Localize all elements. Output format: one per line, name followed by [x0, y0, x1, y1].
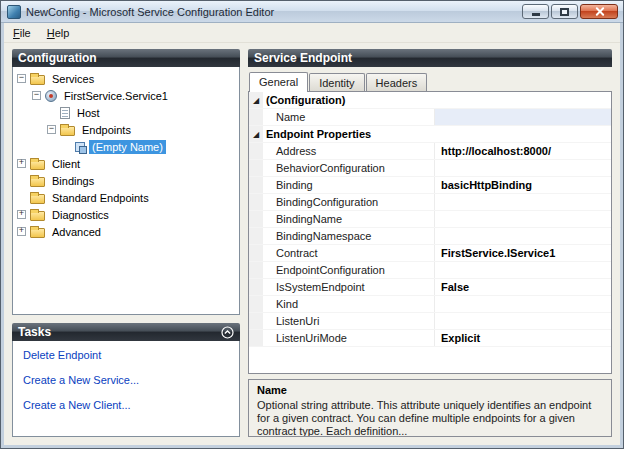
property-row-listenuri[interactable]: ListenUri — [249, 313, 611, 330]
tab-headers[interactable]: Headers — [366, 73, 428, 91]
expand-icon[interactable]: + — [17, 210, 26, 219]
property-row-behaviorconfiguration[interactable]: BehaviorConfiguration — [249, 160, 611, 177]
property-row-contract[interactable]: ContractFirstService.IService1 — [249, 245, 611, 262]
property-label: Binding — [263, 177, 435, 193]
property-gutter — [249, 160, 263, 176]
collapse-triangle-icon[interactable]: ◢ — [249, 126, 263, 142]
property-value[interactable] — [435, 211, 611, 227]
configuration-panel: Configuration −Services−FirstService.Ser… — [12, 49, 240, 437]
property-gutter — [249, 228, 263, 244]
folder-icon — [30, 228, 45, 238]
property-row-endpointconfiguration[interactable]: EndpointConfiguration — [249, 262, 611, 279]
task-link-delete-endpoint[interactable]: Delete Endpoint — [23, 349, 229, 361]
property-gutter — [249, 279, 263, 295]
property-row-listenurimode[interactable]: ListenUriModeExplicit — [249, 330, 611, 347]
property-value[interactable] — [435, 313, 611, 329]
property-value[interactable]: http://localhost:8000/ — [435, 143, 611, 159]
property-value[interactable] — [435, 262, 611, 278]
expand-icon[interactable]: + — [17, 159, 26, 168]
property-row-kind[interactable]: Kind — [249, 296, 611, 313]
property-value[interactable]: basicHttpBinding — [435, 177, 611, 193]
tree-item-host[interactable]: Host — [15, 104, 239, 121]
tree-item-firstservice-service1[interactable]: −FirstService.Service1 — [15, 87, 239, 104]
property-help-title: Name — [257, 384, 603, 396]
tasks-header: Tasks — [12, 323, 240, 341]
menu-bar: FileHelp — [4, 23, 620, 43]
host-icon — [60, 107, 70, 119]
collapse-triangle-icon[interactable]: ◢ — [249, 92, 263, 108]
tree-item-label: Bindings — [49, 174, 97, 188]
property-value[interactable] — [435, 228, 611, 244]
property-value[interactable] — [435, 160, 611, 176]
property-label: EndpointConfiguration — [263, 262, 435, 278]
property-row-bindingconfiguration[interactable]: BindingConfiguration — [249, 194, 611, 211]
app-icon — [7, 5, 21, 19]
maximize-button[interactable] — [551, 4, 578, 19]
property-gutter — [249, 177, 263, 193]
detail-header-label: Service Endpoint — [254, 51, 352, 65]
property-help-panel: Name Optional string attribute. This att… — [248, 379, 612, 437]
close-button[interactable] — [580, 4, 618, 19]
property-row-bindingname[interactable]: BindingName — [249, 211, 611, 228]
property-label: Kind — [263, 296, 435, 312]
menu-item-help[interactable]: Help — [39, 23, 78, 42]
property-value[interactable] — [435, 194, 611, 210]
tree-item-label: (Empty Name) — [89, 140, 166, 154]
property-row-name[interactable]: Name — [249, 109, 611, 126]
tree-item-advanced[interactable]: +Advanced — [15, 223, 239, 240]
property-label: BehaviorConfiguration — [263, 160, 435, 176]
property-value[interactable] — [435, 296, 611, 312]
tab-identity[interactable]: Identity — [309, 73, 364, 91]
tree-item-label: Standard Endpoints — [49, 191, 152, 205]
property-value[interactable]: False — [435, 279, 611, 295]
tree-item-diagnostics[interactable]: +Diagnostics — [15, 206, 239, 223]
property-label: BindingConfiguration — [263, 194, 435, 210]
category-row-endpoint-properties[interactable]: ◢Endpoint Properties — [249, 126, 611, 143]
window-body: FileHelp Configuration −Services−FirstSe… — [4, 23, 620, 445]
tree-item-label: Client — [49, 157, 83, 171]
property-label: Address — [263, 143, 435, 159]
tree-item-services[interactable]: −Services — [15, 70, 239, 87]
property-value[interactable]: Explicit — [435, 330, 611, 346]
collapse-icon[interactable]: − — [17, 74, 26, 83]
tree-item-label: Diagnostics — [49, 208, 112, 222]
folder-icon — [30, 194, 45, 204]
property-label: IsSystemEndpoint — [263, 279, 435, 295]
property-row-bindingnamespace[interactable]: BindingNamespace — [249, 228, 611, 245]
property-row-binding[interactable]: BindingbasicHttpBinding — [249, 177, 611, 194]
folder-icon — [30, 211, 45, 221]
tree-item-bindings[interactable]: Bindings — [15, 172, 239, 189]
task-link-create-a-new-client[interactable]: Create a New Client... — [23, 399, 229, 411]
property-value[interactable]: FirstService.IService1 — [435, 245, 611, 261]
configuration-header-label: Configuration — [18, 51, 97, 65]
tree-item-client[interactable]: +Client — [15, 155, 239, 172]
property-label: Contract — [263, 245, 435, 261]
menu-item-file[interactable]: File — [5, 23, 39, 42]
property-value[interactable] — [435, 109, 611, 125]
property-gutter — [249, 330, 263, 346]
close-icon — [595, 7, 604, 16]
tree-item-endpoints[interactable]: −Endpoints — [15, 121, 239, 138]
collapse-chevron-icon[interactable] — [221, 326, 234, 339]
collapse-icon[interactable]: − — [47, 125, 56, 134]
tree-item-empty-name[interactable]: (Empty Name) — [15, 138, 239, 155]
property-grid[interactable]: ◢(Configuration)Name◢Endpoint Properties… — [248, 91, 612, 374]
tree-item-label: FirstService.Service1 — [61, 89, 171, 103]
config-tree[interactable]: −Services−FirstService.Service1Host−Endp… — [12, 67, 240, 315]
title-bar[interactable]: NewConfig - Microsoft Service Configurat… — [1, 1, 623, 23]
property-label: ListenUri — [263, 313, 435, 329]
category-row-configuration[interactable]: ◢(Configuration) — [249, 92, 611, 109]
detail-header: Service Endpoint — [248, 49, 612, 67]
property-gutter — [249, 143, 263, 159]
tree-item-standard-endpoints[interactable]: Standard Endpoints — [15, 189, 239, 206]
task-link-create-a-new-service[interactable]: Create a New Service... — [23, 374, 229, 386]
property-row-address[interactable]: Addresshttp://localhost:8000/ — [249, 143, 611, 160]
folder-icon — [60, 126, 75, 136]
minimize-button[interactable] — [522, 4, 549, 19]
tab-general[interactable]: General — [249, 72, 308, 92]
property-row-issystemendpoint[interactable]: IsSystemEndpointFalse — [249, 279, 611, 296]
tasks-header-label: Tasks — [18, 325, 51, 339]
property-help-text: Optional string attribute. This attribut… — [257, 399, 603, 437]
collapse-icon[interactable]: − — [32, 91, 41, 100]
expand-icon[interactable]: + — [17, 227, 26, 236]
